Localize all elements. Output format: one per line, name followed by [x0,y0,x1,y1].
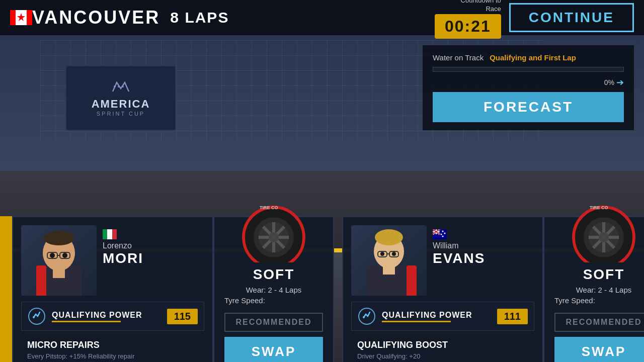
driver1-ability-desc: Every Pitstop: +15% Reliability repair [27,352,198,360]
driver2-portrait-area: William EVANS [351,225,534,296]
tyre1-speed-label: Tyre Speed: [214,296,265,305]
laps-badge: 8 LAPS [170,9,229,26]
countdown-label: Countdown toRace [461,0,501,13]
driver1-qp-bar [52,321,121,322]
svg-rect-13 [10,10,16,25]
svg-rect-50 [383,266,395,275]
weather-row: Water on Track Qualifying and First Lap [433,53,624,62]
tyre1-card: TIRE CO SOFT Wear: 2 - 4 Laps Tyre Speed… [213,216,334,362]
svg-point-49 [392,252,396,256]
svg-point-30 [33,316,35,318]
driver1-info: Lorenzo MORI [97,225,149,270]
driver2-flag-name [433,229,485,239]
city-title: VANCOUVER [32,7,160,28]
driver2-info: William EVANS [427,225,491,270]
tyre2-card: TIRE CO SOFT Wear: 2 - 4 Laps Tyre Speed… [543,216,644,362]
brand-banner: AMERICA SPRINT CUP [65,65,176,131]
svg-text:TIRE CO: TIRE CO [590,205,608,210]
canada-flag [10,10,32,25]
svg-point-73 [599,232,609,242]
driver1-qp-row: QUALIFYING POWER 115 [21,302,204,331]
svg-point-0 [114,85,116,87]
forecast-button[interactable]: FORECAST [433,92,624,122]
driver1-qp-value: 115 [167,309,198,324]
driver2-card: William EVANS QUALIFYING POWER 111 QUALI… [342,216,543,362]
bottom-panel: Lorenzo MORI QUALIFYING POWER 115 MICRO … [0,216,644,362]
svg-point-39 [269,232,279,242]
driver2-ability-name: QUALIFYING BOOST [357,340,528,350]
svg-point-23 [50,253,55,258]
tyre2-speed-label: Tyre Speed: [544,296,595,305]
driver2-ability-desc: Driver Qualifying: +20 [357,352,528,360]
svg-point-62 [441,234,442,235]
tyre2-swap-button[interactable]: SWAP [554,337,644,362]
svg-point-2 [122,85,124,87]
svg-rect-15 [27,10,32,25]
brand-name: AMERICA [92,98,150,111]
svg-text:TIRE CO: TIRE CO [260,205,278,210]
svg-rect-25 [53,268,65,278]
svg-point-60 [444,233,446,234]
svg-point-1 [118,85,120,87]
svg-point-48 [380,252,384,256]
svg-point-63 [359,308,375,324]
svg-rect-28 [112,229,117,239]
svg-rect-42 [407,265,417,296]
water-track-label: Water on Track [433,53,484,62]
tyre1-recommended: RECOMMENDED [224,313,323,332]
svg-rect-26 [103,229,107,239]
driver1-qp-label: QUALIFYING POWER [52,311,167,320]
water-bar-container [433,67,624,72]
driver1-ability: MICRO REPAIRS Every Pitstop: +15% Reliab… [21,336,204,362]
australia-flag [433,229,447,239]
driver2-qp-label: QUALIFYING POWER [382,311,497,320]
driver1-card: Lorenzo MORI QUALIFYING POWER 115 MICRO … [12,216,213,362]
driver2-ability: QUALIFYING BOOST Driver Qualifying: +20 [351,336,534,362]
countdown-timer: 00:21 [435,14,501,39]
tyre2-recommended: RECOMMENDED [554,313,644,332]
driver2-qp-value: 111 [497,309,528,324]
driver2-first-name: William [433,241,485,250]
svg-point-24 [62,253,67,258]
water-percent-row: 0% ➔ [433,77,624,88]
driver2-qp-bar [382,321,451,322]
svg-point-61 [442,236,444,237]
driver1-portrait-area: Lorenzo MORI [21,225,204,296]
driver2-portrait [351,225,427,296]
driver1-ability-name: MICRO REPAIRS [27,340,198,350]
tyre1-wheel: TIRE CO [233,192,314,262]
driver1-portrait [21,225,97,296]
svg-point-44 [375,229,403,245]
water-arrow-icon: ➔ [616,77,624,88]
weather-condition: Qualifying and First Lap [490,53,576,62]
tyre2-wear: Wear: 2 - 4 Laps [576,286,632,294]
weather-panel: Water on Track Qualifying and First Lap … [423,45,634,130]
brand-sub: SPRINT CUP [97,111,145,117]
driver1-last-name: MORI [103,250,143,266]
driver1-flag-name [103,229,143,239]
driver2-qp-row: QUALIFYING POWER 111 [351,302,534,331]
svg-rect-17 [36,265,46,296]
water-percent: 0% [604,78,614,86]
tyre1-type: SOFT [253,266,295,283]
svg-point-64 [363,316,365,318]
driver1-first-name: Lorenzo [103,241,143,250]
italy-flag [103,229,117,239]
qp-icon-2 [358,307,376,325]
qp-icon-1 [28,307,46,325]
tyre2-type: SOFT [583,266,625,283]
continue-button[interactable]: CONTINUE [509,3,634,32]
svg-point-59 [442,231,444,232]
tyre1-swap-button[interactable]: SWAP [224,337,323,362]
tyre2-wheel: TIRE CO [564,192,644,262]
brand-logo-icon [111,79,131,95]
tyre1-wear: Wear: 2 - 4 Laps [246,286,302,294]
svg-point-29 [29,308,45,324]
svg-rect-27 [107,229,112,239]
countdown-area: Countdown toRace 00:21 [435,0,501,39]
driver2-last-name: EVANS [433,250,485,266]
bottom-left-accent [0,216,12,362]
top-header: VANCOUVER 8 LAPS Countdown toRace 00:21 … [0,0,644,35]
svg-point-19 [44,231,74,245]
